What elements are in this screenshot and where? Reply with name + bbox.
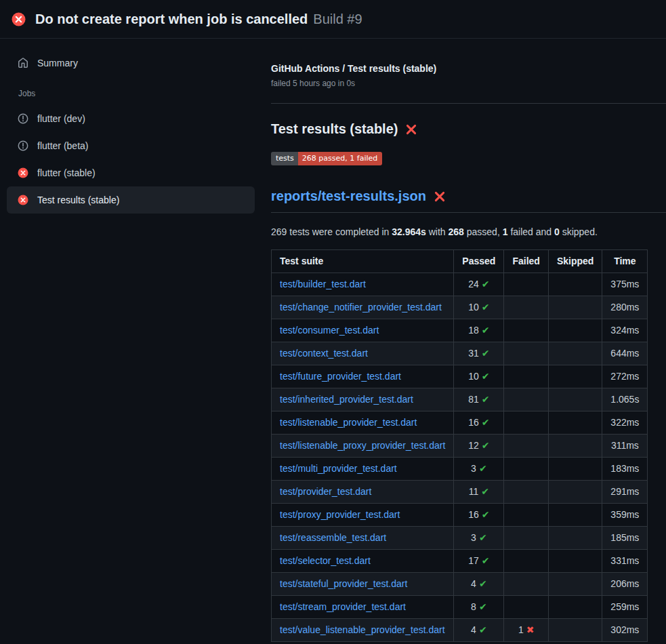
failed-cell	[504, 550, 548, 573]
table-row: test/listenable_provider_test.dart 16✔ 3…	[272, 411, 648, 435]
suite-cell: test/selector_test.dart	[272, 550, 454, 573]
table-row: test/proxy_provider_test.dart 16✔ 359ms	[272, 504, 648, 527]
passed-cell: 4✔	[454, 573, 504, 596]
column-header-passed: Passed	[454, 250, 504, 273]
run-title-line: Do not create report when job is cancell…	[35, 12, 362, 27]
column-header-failed: Failed	[504, 250, 548, 273]
failed-cell	[504, 504, 548, 527]
skipped-cell	[548, 273, 602, 296]
column-header-time: Time	[602, 250, 648, 273]
run-title: Do not create report when job is cancell…	[35, 12, 308, 26]
suite-cell: test/stateful_provider_test.dart	[272, 573, 454, 596]
suite-cell: test/proxy_provider_test.dart	[272, 504, 454, 527]
column-header-test-suite: Test suite	[272, 250, 454, 273]
time-cell: 322ms	[602, 411, 648, 435]
skipped-cell	[548, 296, 602, 319]
test-suite-link[interactable]: test/stateful_provider_test.dart	[280, 578, 407, 589]
test-suite-link[interactable]: test/builder_test.dart	[280, 279, 366, 289]
check-icon: ✔	[479, 578, 487, 589]
test-suite-link[interactable]: test/context_test.dart	[280, 348, 368, 359]
suite-cell: test/multi_provider_test.dart	[272, 458, 454, 481]
jobs-list: flutter (dev) flutter (beta)	[7, 105, 255, 214]
test-suite-link[interactable]: test/provider_test.dart	[280, 486, 371, 497]
sidebar-item-test-results-stable[interactable]: Test results (stable)	[7, 186, 255, 214]
passed-cell: 8✔	[454, 596, 504, 619]
table-row: test/future_provider_test.dart 10✔ 272ms	[272, 365, 648, 388]
skipped-cell	[548, 458, 602, 481]
test-suite-link[interactable]: test/listenable_proxy_provider_test.dart	[280, 440, 445, 451]
test-suite-link[interactable]: test/consumer_test.dart	[280, 325, 379, 336]
table-row: test/selector_test.dart 17✔ 331ms	[272, 550, 648, 573]
failed-cell	[504, 411, 548, 435]
check-icon: ✔	[482, 417, 490, 428]
test-suite-link[interactable]: test/reassemble_test.dart	[280, 532, 386, 543]
failed-cell	[504, 342, 548, 365]
jobs-section-label: Jobs	[18, 89, 255, 98]
breadcrumb: GitHub Actions / Test results (stable)	[271, 63, 666, 74]
test-suite-link[interactable]: test/value_listenable_provider_test.dart	[280, 624, 445, 635]
check-icon: ✔	[479, 532, 487, 543]
test-suite-link[interactable]: test/stream_provider_test.dart	[280, 601, 406, 612]
summary-passed: 268	[449, 226, 464, 237]
suite-cell: test/listenable_proxy_provider_test.dart	[272, 435, 454, 458]
failed-cell	[504, 527, 548, 550]
suite-cell: test/future_provider_test.dart	[272, 365, 454, 388]
passed-cell: 11✔	[454, 481, 504, 504]
report-file-link[interactable]: reports/test-results.json	[271, 188, 426, 204]
check-icon: ✔	[479, 463, 487, 474]
failed-cell: 1✖	[504, 619, 548, 642]
test-suite-link[interactable]: test/proxy_provider_test.dart	[280, 509, 400, 520]
sidebar-item-flutter-stable[interactable]: flutter (stable)	[7, 159, 255, 186]
time-cell: 311ms	[602, 435, 648, 458]
time-cell: 183ms	[602, 458, 648, 481]
suite-cell: test/value_listenable_provider_test.dart	[272, 619, 454, 642]
sidebar-item-flutter-beta[interactable]: flutter (beta)	[7, 132, 255, 159]
x-circle-icon	[18, 195, 28, 205]
passed-cell: 3✔	[454, 527, 504, 550]
table-row: test/reassemble_test.dart 3✔ 185ms	[272, 527, 648, 550]
time-cell: 1.065s	[602, 388, 648, 411]
skipped-cell	[548, 550, 602, 573]
time-cell: 272ms	[602, 365, 648, 388]
test-suite-link[interactable]: test/inherited_provider_test.dart	[280, 394, 413, 405]
failed-cell	[504, 458, 548, 481]
section-title-text: Test results (stable)	[271, 121, 398, 137]
suite-cell: test/context_test.dart	[272, 342, 454, 365]
failed-x-icon	[434, 190, 446, 203]
check-icon: ✔	[479, 624, 487, 635]
summary-duration: 32.964s	[392, 226, 426, 237]
test-suite-link[interactable]: test/future_provider_test.dart	[280, 371, 401, 382]
check-icon: ✔	[482, 279, 490, 289]
test-suite-link[interactable]: test/multi_provider_test.dart	[280, 463, 397, 474]
run-meta: failed 5 hours ago in 0s	[271, 79, 666, 88]
sidebar-item-label: flutter (beta)	[37, 140, 88, 151]
test-suite-link[interactable]: test/selector_test.dart	[280, 555, 371, 566]
test-suite-link[interactable]: test/change_notifier_provider_test.dart	[280, 302, 442, 313]
table-row: test/builder_test.dart 24✔ 375ms	[272, 273, 648, 296]
time-cell: 185ms	[602, 527, 648, 550]
suite-cell: test/provider_test.dart	[272, 481, 454, 504]
time-cell: 359ms	[602, 504, 648, 527]
skipped-cell	[548, 411, 602, 435]
check-icon: ✔	[479, 601, 487, 612]
tests-badge: tests 268 passed, 1 failed	[271, 152, 382, 165]
suite-cell: test/consumer_test.dart	[272, 319, 454, 342]
summary-skipped: 0	[554, 226, 560, 237]
column-header-skipped: Skipped	[548, 250, 602, 273]
skipped-cell	[548, 342, 602, 365]
passed-cell: 12✔	[454, 435, 504, 458]
sidebar-item-summary[interactable]: Summary	[7, 49, 255, 77]
suite-cell: test/listenable_provider_test.dart	[272, 411, 454, 435]
check-icon: ✔	[482, 348, 490, 359]
check-icon: ✔	[482, 371, 490, 382]
failed-cell	[504, 365, 548, 388]
table-row: test/provider_test.dart 11✔ 291ms	[272, 481, 648, 504]
skipped-cell	[548, 435, 602, 458]
failed-cell	[504, 388, 548, 411]
test-suite-link[interactable]: test/listenable_provider_test.dart	[280, 417, 417, 428]
time-cell: 302ms	[602, 619, 648, 642]
failed-x-icon	[405, 123, 417, 136]
sidebar-item-flutter-dev[interactable]: flutter (dev)	[7, 105, 255, 132]
sidebar-item-label: flutter (stable)	[37, 167, 96, 178]
passed-cell: 10✔	[454, 296, 504, 319]
